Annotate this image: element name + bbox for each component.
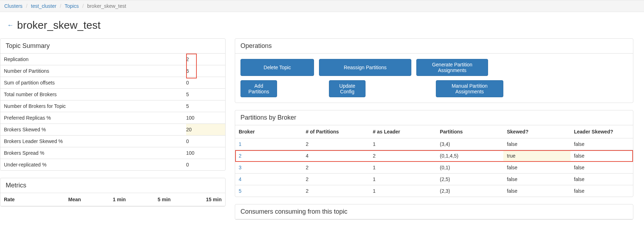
summary-label: Sum of partition offsets (0, 77, 186, 89)
breadcrumb-cluster-name[interactable]: test_cluster (31, 3, 56, 9)
topic-summary-table: Replication 2 Number of Partitions 6 Sum… (0, 54, 225, 170)
summary-label: Number of Brokers for Topic (0, 100, 186, 112)
broker-num-partitions: 2 (302, 185, 369, 197)
delete-topic-button[interactable]: Delete Topic (240, 59, 314, 76)
operations-heading: Operations (235, 39, 633, 54)
summary-row: Number of Brokers for Topic 5 (0, 100, 225, 112)
summary-value: 5 (186, 100, 225, 112)
broker-num-partitions: 2 (302, 174, 369, 185)
metrics-table: Rate Mean 1 min 5 min 15 min (0, 193, 225, 206)
broker-header-leader-skewed: Leader Skewed? (570, 125, 633, 138)
broker-num-partitions: 2 (302, 138, 369, 150)
metrics-header-1min: 1 min (85, 193, 129, 206)
summary-value-partitions: 6 (186, 65, 225, 77)
breadcrumb-topics[interactable]: Topics (65, 3, 79, 9)
summary-label: Number of Partitions (0, 65, 186, 77)
broker-row: 3 2 1 (0,1) false false (235, 162, 633, 174)
broker-header-skewed: Skewed? (503, 125, 570, 138)
summary-row: Total number of Brokers 5 (0, 89, 225, 100)
broker-partitions: (0,1,4,5) (436, 150, 503, 162)
broker-leader-skewed: false (570, 138, 633, 150)
breadcrumb-separator: / (80, 3, 86, 9)
topic-summary-heading: Topic Summary (0, 39, 225, 54)
operations-panel: Operations Delete Topic Reassign Partiti… (235, 38, 633, 103)
broker-num-leader: 1 (369, 138, 437, 150)
broker-link[interactable]: 3 (239, 165, 242, 170)
summary-label: Replication (0, 54, 186, 65)
broker-row: 4 2 1 (2,5) false false (235, 174, 633, 185)
broker-row-highlighted: 2 4 2 (0,1,4,5) true false (235, 150, 633, 162)
broker-skewed: false (503, 138, 570, 150)
summary-label: Preferred Replicas % (0, 112, 186, 124)
broker-num-leader: 2 (369, 150, 437, 162)
summary-value-replication: 2 (186, 54, 225, 65)
broker-partitions: (2,5) (436, 174, 503, 185)
summary-value: 0 (186, 77, 225, 89)
metrics-header-15min: 15 min (174, 193, 225, 206)
summary-row: Under-replicated % 0 (0, 159, 225, 171)
broker-partitions: (3,4) (436, 138, 503, 150)
broker-num-leader: 1 (369, 174, 437, 185)
consumers-heading: Consumers consuming from this topic (235, 204, 633, 219)
summary-label: Brokers Leader Skewed % (0, 136, 186, 147)
broker-partitions: (2,3) (436, 185, 503, 197)
manual-partition-assignments-button[interactable]: Manual Partition Assignments (436, 80, 503, 97)
summary-row: Preferred Replicas % 100 (0, 112, 225, 124)
broker-leader-skewed: false (570, 162, 633, 174)
broker-leader-skewed: false (570, 185, 633, 197)
broker-skewed-highlighted: true (503, 150, 570, 162)
broker-link[interactable]: 2 (239, 153, 242, 159)
page-title: broker_skew_test (17, 19, 101, 31)
update-config-button[interactable]: Update Config (329, 80, 366, 97)
summary-row-replication: Replication 2 (0, 54, 225, 65)
breadcrumb: Clusters / test_cluster / Topics / broke… (0, 0, 644, 12)
topic-summary-panel: Topic Summary Replication 2 Number of Pa… (0, 38, 226, 171)
broker-partitions: (0,1) (436, 162, 503, 174)
broker-skewed: false (503, 162, 570, 174)
broker-skewed: false (503, 174, 570, 185)
generate-partition-assignments-button[interactable]: Generate Partition Assignments (416, 59, 488, 76)
broker-header-partitions: Partitions (436, 125, 503, 138)
broker-leader-skewed: false (570, 174, 633, 185)
broker-header-num-partitions: # of Partitions (302, 125, 369, 138)
summary-row-partitions: Number of Partitions 6 (0, 65, 225, 77)
broker-header-num-leader: # as Leader (369, 125, 437, 138)
broker-num-partitions: 4 (302, 150, 369, 162)
summary-row: Brokers Leader Skewed % 0 (0, 136, 225, 147)
metrics-panel: Metrics Rate Mean 1 min 5 min 15 min (0, 178, 226, 207)
broker-leader-skewed: false (570, 150, 633, 162)
broker-num-leader: 1 (369, 162, 437, 174)
summary-row: Brokers Spread % 100 (0, 147, 225, 159)
summary-label: Total number of Brokers (0, 89, 186, 100)
summary-row-skewed: Brokers Skewed % 20 (0, 124, 225, 136)
summary-row: Sum of partition offsets 0 (0, 77, 225, 89)
metrics-header-5min: 5 min (129, 193, 174, 206)
breadcrumb-separator: / (24, 3, 29, 9)
metrics-header-mean: Mean (40, 193, 85, 206)
broker-link[interactable]: 1 (239, 141, 242, 147)
partitions-by-broker-heading: Partitions by Broker (235, 110, 633, 125)
broker-num-partitions: 2 (302, 162, 369, 174)
broker-row: 1 2 1 (3,4) false false (235, 138, 633, 150)
breadcrumb-current: broker_skew_test (87, 3, 126, 9)
broker-row: 5 2 1 (2,3) false false (235, 185, 633, 197)
back-arrow-icon[interactable]: ← (7, 22, 13, 29)
broker-skewed: false (503, 185, 570, 197)
broker-header-broker: Broker (235, 125, 302, 138)
page-header: ← broker_skew_test (0, 12, 644, 38)
partitions-by-broker-panel: Partitions by Broker Broker # of Partiti… (235, 110, 633, 197)
breadcrumb-clusters[interactable]: Clusters (4, 3, 22, 9)
broker-num-leader: 1 (369, 185, 437, 197)
summary-value: 5 (186, 89, 225, 100)
summary-value: 0 (186, 159, 225, 171)
metrics-header-rate: Rate (0, 193, 40, 206)
summary-value: 100 (186, 112, 225, 124)
summary-label: Brokers Skewed % (0, 124, 186, 136)
summary-value-skewed: 20 (186, 124, 225, 136)
broker-link[interactable]: 5 (239, 188, 242, 194)
metrics-heading: Metrics (0, 178, 225, 193)
reassign-partitions-button[interactable]: Reassign Partitions (319, 59, 411, 76)
summary-value: 0 (186, 136, 225, 147)
broker-link[interactable]: 4 (239, 176, 242, 182)
add-partitions-button[interactable]: Add Partitions (240, 80, 277, 97)
